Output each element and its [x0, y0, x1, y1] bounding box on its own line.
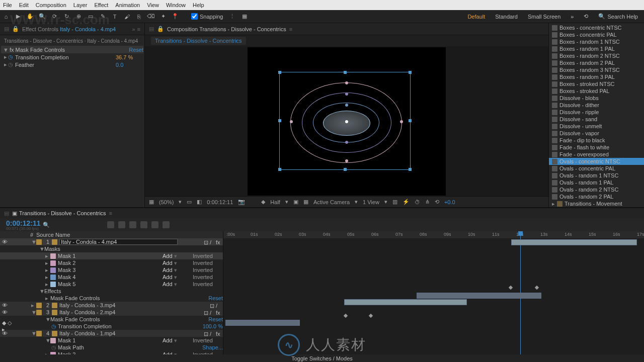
preset-folder[interactable]: ▸Transitions - Movement	[549, 200, 644, 207]
keyframe-icon[interactable]	[344, 314, 348, 318]
dropdown-caret-icon[interactable]: ▾	[174, 337, 177, 343]
workspace-standard[interactable]: Standard	[495, 14, 518, 20]
mask-mode-dropdown[interactable]: Add	[163, 260, 173, 266]
text-tool-icon[interactable]: T	[110, 12, 120, 22]
layer-caret-icon[interactable]: ▼	[31, 239, 36, 245]
layer-caret-icon[interactable]: ▼	[31, 330, 36, 336]
stopwatch-icon[interactable]: ◷	[8, 54, 13, 60]
effect-name[interactable]: Mask Fade Controls	[50, 295, 208, 301]
handle-icon[interactable]	[409, 168, 412, 171]
exposure-value[interactable]: +0.0	[444, 199, 455, 205]
timeline-icon[interactable]: ⏱	[415, 199, 420, 205]
viewer-caret-icon[interactable]: ▾	[355, 199, 358, 205]
panel-grip-icon[interactable]: ▤	[4, 210, 9, 217]
mask-inverted-label[interactable]: Inverted	[193, 267, 223, 273]
mask-mode-dropdown[interactable]: Add	[163, 267, 173, 273]
group-caret-icon[interactable]: ▼	[39, 288, 44, 294]
layer-color-swatch[interactable]	[36, 239, 42, 245]
zoom-tool-icon[interactable]: 🔍	[37, 12, 47, 22]
composition-tab[interactable]: ▤ 🔒 Composition Transitions - Dissolve -…	[145, 23, 548, 35]
menu-file[interactable]: File	[3, 2, 12, 8]
prop-caret-icon[interactable]: ▸	[3, 61, 8, 68]
menu-effect[interactable]: Effect	[94, 2, 108, 8]
selection-tool-icon[interactable]: ▶	[13, 12, 23, 22]
rotate-tool-icon[interactable]: ↻	[61, 12, 71, 22]
snapping-checkbox[interactable]	[191, 13, 198, 20]
prop-value[interactable]: Shape...	[202, 344, 223, 350]
preset-item[interactable]: Fade - overexposed	[549, 151, 644, 158]
mask-caret-icon[interactable]: ▸	[45, 253, 50, 259]
tl-motion-blur-icon[interactable]	[129, 221, 136, 228]
mask-caret-icon[interactable]: ▸	[45, 267, 50, 274]
effect-caret-icon[interactable]: ▸	[45, 295, 50, 302]
time-ruler[interactable]: :00s01s02s03s04s05s06s07s08s09s10s11s12s…	[223, 231, 644, 238]
panel-overflow-icon[interactable]: »	[132, 26, 135, 32]
orbit-tool-icon[interactable]: ⟳	[49, 12, 59, 22]
preset-item[interactable]: Ovals - random 2 PAL	[549, 193, 644, 200]
prop-feather-value[interactable]: 0.0	[116, 62, 143, 68]
viewer-time[interactable]: 0:00:12:11	[207, 199, 233, 205]
preset-item[interactable]: Dissolve - dither	[549, 102, 644, 109]
menu-layer[interactable]: Layer	[73, 2, 88, 8]
mask-name[interactable]: Mask 1	[58, 337, 163, 343]
preset-item[interactable]: Boxes - random 1 NTSC	[549, 38, 644, 45]
dropdown-caret-icon[interactable]: ▾	[174, 260, 177, 266]
handle-icon[interactable]	[409, 119, 412, 122]
mask-name[interactable]: Mask 2	[58, 260, 163, 266]
preset-item[interactable]: Ovals - random 2 NTSC	[549, 186, 644, 193]
anchor-icon[interactable]	[345, 93, 348, 96]
preset-item[interactable]: Dissolve - ripple	[549, 109, 644, 116]
layer-name[interactable]: Italy - Condola - 3.mp4	[59, 302, 178, 308]
puppet-tool-icon[interactable]: 📍	[170, 12, 180, 22]
visibility-icon[interactable]: 👁	[2, 239, 8, 245]
menu-animation[interactable]: Animation	[115, 2, 140, 8]
visibility-icon[interactable]: 👁	[2, 302, 8, 308]
clone-tool-icon[interactable]: ⎘	[134, 12, 144, 22]
mask-name[interactable]: Mask 3	[58, 267, 163, 273]
prop-value[interactable]: 100.0 %	[203, 323, 223, 329]
resolution-dropdown[interactable]: Half	[270, 199, 280, 205]
mask-color-swatch[interactable]	[50, 282, 56, 287]
flowchart-icon[interactable]: ⋔	[425, 199, 430, 205]
roi-icon[interactable]: ▣	[293, 199, 298, 205]
hand-tool-icon[interactable]: ✋	[25, 12, 35, 22]
menu-view[interactable]: View	[147, 2, 159, 8]
workspace-default[interactable]: Default	[467, 14, 485, 20]
effect-reset-link[interactable]: Reset	[129, 47, 143, 53]
layer-bar[interactable]	[417, 293, 541, 299]
mask-mode-dropdown[interactable]: Add	[163, 281, 173, 287]
snap-opts-icon[interactable]: ⋮	[227, 12, 237, 22]
timeline-row[interactable]: ▸Mask 4Add ▾Inverted	[0, 274, 223, 281]
mask-caret-icon[interactable]: ▸	[45, 260, 50, 266]
mask-inverted-label[interactable]: Inverted	[193, 281, 223, 287]
timeline-row[interactable]: 👁▼3Italy - Condola - 2.mp4⊡/fx	[0, 309, 223, 316]
mask-name[interactable]: Mask 5	[58, 281, 163, 287]
mask-mode-dropdown[interactable]: Add	[163, 274, 173, 280]
composition-viewer[interactable]	[145, 46, 548, 196]
dropdown-caret-icon[interactable]: ▾	[174, 281, 177, 287]
timeline-row[interactable]: 👁▸2Italy - Condola - 3.mp4⊡/	[0, 302, 223, 309]
timeline-row[interactable]: ◷Mask PathShape...	[0, 344, 223, 351]
layer-caret-icon[interactable]: ▼	[31, 309, 36, 315]
menu-help[interactable]: Help	[193, 2, 204, 8]
effect-controls-tab[interactable]: ▤ 🔒 Effect Controls Italy - Condola - 4.…	[0, 23, 144, 35]
handle-icon[interactable]	[278, 119, 281, 122]
timeline-row[interactable]: ▸Mask 3Add ▾Inverted	[0, 266, 223, 274]
prop-caret-icon[interactable]: ▸	[3, 54, 8, 60]
pixel-aspect-icon[interactable]: ▥	[392, 199, 397, 205]
handle-icon[interactable]	[344, 71, 347, 74]
views-dropdown[interactable]: 1 View	[363, 199, 379, 205]
anchor-icon[interactable]	[400, 120, 403, 123]
timeline-row[interactable]: ▸Mask 2Add ▾Inverted	[0, 351, 223, 354]
layer-color-swatch[interactable]	[36, 310, 42, 315]
viewer-mask-icon[interactable]: ◧	[197, 199, 202, 205]
keyframe-icon[interactable]	[369, 314, 373, 318]
viewer-grid-icon[interactable]: ▦	[149, 199, 154, 205]
preset-item[interactable]: Boxes - random 3 NTSC	[549, 66, 644, 73]
preset-item[interactable]: Dissolve - unmelt	[549, 123, 644, 130]
timeline-row[interactable]: ▸Mask Fade ControlsReset	[0, 295, 223, 302]
toggle-switches-modes[interactable]: Toggle Switches / Modes	[291, 355, 353, 361]
menu-edit[interactable]: Edit	[19, 2, 29, 8]
help-search[interactable]: 🔍 Search Help	[598, 13, 638, 20]
mask-color-swatch[interactable]	[50, 275, 56, 280]
